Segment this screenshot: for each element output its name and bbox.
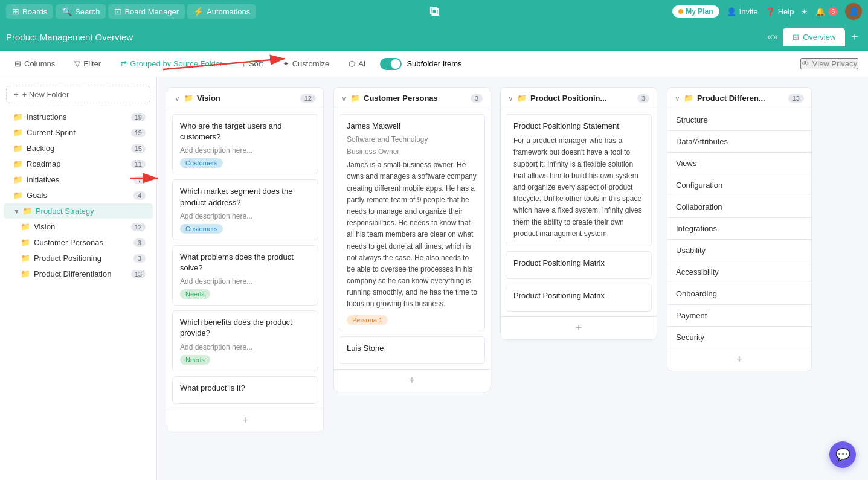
sidebar-item-instructions[interactable]: 📁 Instructions 19 — [4, 109, 153, 124]
card-2-1[interactable]: Product Positioning Matrix — [506, 251, 652, 279]
collapse-icon[interactable]: ∨ — [175, 94, 180, 103]
chat-button[interactable]: 💬 — [829, 441, 856, 468]
sidebar-badge: 3 — [133, 238, 146, 247]
columns-button[interactable]: ⊞ Columns — [10, 57, 60, 71]
sort-button[interactable]: ↕ Sort — [237, 57, 268, 71]
list-item[interactable]: Usability — [667, 240, 811, 261]
card-role2: Business Owner — [347, 147, 477, 156]
column-diff-header: ∨ 📁 Product Differen... 13 — [667, 88, 811, 109]
sidebar-item-product-strategy[interactable]: ▼ 📁 Product Strategy — [4, 203, 153, 219]
card-0-4[interactable]: What product is it? — [172, 376, 318, 404]
card-0-1[interactable]: Which market segment does the product ad… — [172, 179, 318, 240]
sidebar-item-initiatives[interactable]: 📁 Initiatives 7 — [4, 172, 153, 187]
list-item[interactable]: Integrations — [667, 218, 811, 240]
filter-button[interactable]: ▽ Filter — [69, 57, 106, 71]
sidebar-item-goals[interactable]: 📁 Goals 4 — [4, 188, 153, 203]
column-count: 3 — [471, 94, 483, 103]
collapse-icon[interactable]: ∨ — [341, 94, 347, 103]
invite-button[interactable]: 👤 Invite — [727, 7, 758, 16]
list-item[interactable]: Security — [667, 327, 811, 348]
search-label: Search — [75, 7, 100, 16]
sidebar-item-roadmap[interactable]: 📁 Roadmap 11 — [4, 156, 153, 171]
card-0-2[interactable]: What problems does the product solve? Ad… — [172, 245, 318, 306]
card-desc: Add description here... — [180, 212, 310, 220]
column-positioning-add[interactable]: + — [501, 316, 657, 339]
new-folder-button[interactable]: + + New Folder — [6, 86, 150, 103]
card-desc: Add description here... — [180, 277, 310, 286]
customize-button[interactable]: ✦ Customize — [278, 57, 334, 71]
top-nav-right: My Plan 👤 Invite ❓ Help ☀ 🔔 6 👤 — [672, 3, 862, 20]
sidebar-item-label: Current Sprint — [27, 128, 131, 137]
card-2-2[interactable]: Product Positioning Matrix — [506, 284, 652, 312]
card-tag: Customers — [180, 158, 223, 168]
columns-label: Columns — [24, 59, 55, 68]
sidebar-badge: 4 — [133, 191, 146, 200]
sun-icon-button[interactable]: ☀ — [801, 7, 808, 16]
list-item[interactable]: Data/Attributes — [667, 131, 811, 153]
card-title: Product Positioning Matrix — [513, 258, 644, 269]
card-1-0[interactable]: James Maxwell Software and Technology Bu… — [339, 114, 485, 331]
sidebar-item-backlog[interactable]: 📁 Backlog 15 — [4, 141, 153, 156]
card-body: James is a small-business owner. He owns… — [347, 159, 477, 310]
list-item[interactable]: Structure — [667, 109, 811, 131]
ai-button[interactable]: ⬡ AI — [344, 57, 370, 71]
column-personas-cards: James Maxwell Software and Technology Bu… — [334, 109, 490, 369]
list-item[interactable]: Views — [667, 153, 811, 174]
view-privacy-button[interactable]: 👁 View Privacy — [800, 58, 858, 69]
sidebar-item-vision[interactable]: 📁 Vision 12 — [4, 219, 153, 234]
column-personas-add[interactable]: + — [334, 369, 490, 392]
boards-button[interactable]: ⊞ Boards — [6, 4, 53, 19]
column-count: 3 — [637, 94, 649, 103]
search-button[interactable]: 🔍 Search — [56, 4, 106, 19]
grouped-by-button[interactable]: ⇄ Grouped by Source Folder — [115, 57, 227, 71]
card-0-3[interactable]: Which benefits does the product provide?… — [172, 310, 318, 371]
automations-button[interactable]: ⚡ Automations — [187, 4, 256, 19]
list-item[interactable]: Configuration — [667, 174, 811, 196]
column-title: Customer Personas — [364, 94, 467, 103]
tab-overview[interactable]: ⊞ Overview — [783, 28, 845, 46]
folder-icon: 📁 — [517, 94, 527, 103]
column-vision-add[interactable]: + — [167, 409, 323, 432]
card-0-0[interactable]: Who are the target users and customers? … — [172, 114, 318, 174]
notifications-button[interactable]: 🔔 6 — [815, 7, 838, 16]
board-manager-button[interactable]: ⊡ Board Manager — [108, 4, 185, 19]
card-title: Which benefits does the product provide? — [180, 317, 310, 339]
columns-icon: ⊞ — [14, 59, 21, 68]
subfolder-toggle[interactable] — [380, 58, 402, 70]
chevron-down-icon: ▼ — [13, 208, 20, 215]
invite-label: Invite — [739, 7, 758, 16]
sidebar-item-customer-personas[interactable]: 📁 Customer Personas 3 — [4, 235, 153, 250]
sidebar-item-current-sprint[interactable]: 📁 Current Sprint 19 — [4, 125, 153, 140]
list-item[interactable]: Onboarding — [667, 283, 811, 305]
add-tab-button[interactable]: + — [847, 30, 862, 44]
column-customer-personas: ∨ 📁 Customer Personas 3 James Maxwell So… — [333, 87, 490, 392]
card-title: Who are the target users and customers? — [180, 121, 310, 142]
grouped-by-icon: ⇄ — [120, 59, 127, 68]
list-item[interactable]: Payment — [667, 305, 811, 327]
list-item[interactable]: Accessibility — [667, 261, 811, 283]
sidebar-badge: 19 — [131, 129, 146, 137]
collapse-icon[interactable]: ∨ — [508, 94, 513, 103]
column-diff-add[interactable]: + — [667, 348, 811, 371]
avatar[interactable]: 👤 — [845, 3, 862, 20]
sidebar-item-product-differentiation[interactable]: 📁 Product Differentiation 13 — [4, 266, 153, 281]
list-item[interactable]: Collaboration — [667, 196, 811, 218]
column-product-differentiation: ∨ 📁 Product Differen... 13 Structure Dat… — [667, 87, 812, 371]
invite-icon: 👤 — [727, 7, 736, 16]
sidebar-badge: 13 — [131, 270, 146, 278]
card-1-1[interactable]: Luis Stone — [339, 336, 485, 364]
sidebar-badge: 19 — [131, 113, 146, 121]
sidebar-item-product-positioning[interactable]: 📁 Product Positioning 3 — [4, 251, 153, 266]
boards-icon: ⊞ — [12, 7, 19, 16]
myplan-button[interactable]: My Plan — [672, 5, 719, 18]
collapse-sidebar-button[interactable]: «» — [767, 31, 778, 42]
help-button[interactable]: ❓ Help — [765, 7, 794, 16]
top-nav: ⊞ Boards 🔍 Search ⊡ Board Manager ⚡ Auto… — [0, 0, 868, 23]
help-label: Help — [778, 7, 794, 16]
sidebar-item-label: Product Positioning — [34, 254, 133, 263]
card-2-0[interactable]: Product Positioning Statement For a prod… — [506, 114, 652, 246]
sidebar-badge: 3 — [133, 254, 146, 263]
column-product-positioning: ∨ 📁 Product Positionin... 3 Product Posi… — [500, 87, 657, 340]
plus-icon: + — [14, 90, 19, 99]
collapse-icon[interactable]: ∨ — [675, 94, 680, 103]
